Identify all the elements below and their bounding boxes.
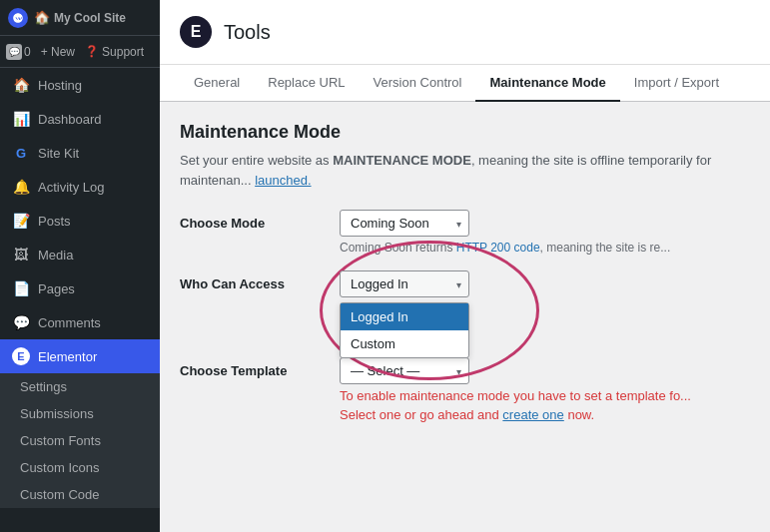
sidebar-item-label: Media — [38, 248, 73, 263]
sidebar-sub-custom-code[interactable]: Custom Code — [0, 481, 160, 508]
hosting-icon: 🏠 — [12, 76, 30, 94]
sidebar-item-label: Dashboard — [38, 112, 102, 127]
activity-log-icon: 🔔 — [12, 178, 30, 196]
site-kit-icon: G — [12, 144, 30, 162]
main-content: E Tools General Replace URL Version Cont… — [160, 0, 770, 532]
pages-icon: 📄 — [12, 279, 30, 297]
tab-general[interactable]: General — [180, 65, 254, 102]
option-logged-in[interactable]: Logged In — [341, 303, 468, 330]
content-area: E Tools General Replace URL Version Cont… — [160, 0, 770, 532]
sidebar-item-hosting[interactable]: 🏠 Hosting — [0, 68, 160, 102]
custom-fonts-label: Custom Fonts — [20, 433, 101, 448]
choose-template-row: Choose Template — Select — To enable mai… — [180, 357, 750, 422]
elementor-page-icon: E — [180, 16, 212, 48]
media-icon: 🖼 — [12, 246, 30, 264]
site-name: My Cool Site — [54, 11, 126, 25]
comments-count: 0 — [24, 45, 31, 59]
custom-code-label: Custom Code — [20, 487, 99, 502]
access-dropdown: Logged In Custom — [340, 302, 469, 358]
sidebar-item-activity-log[interactable]: 🔔 Activity Log — [0, 170, 160, 204]
elementor-icon: E — [12, 347, 30, 365]
sidebar-item-label: Site Kit — [38, 146, 79, 161]
dashboard-icon: 📊 — [12, 110, 30, 128]
sidebar-item-dashboard[interactable]: 📊 Dashboard — [0, 102, 160, 136]
support-label: Support — [102, 45, 144, 59]
sidebar-sub-submissions[interactable]: Submissions — [0, 400, 160, 427]
posts-icon: 📝 — [12, 212, 30, 230]
maintenance-mode-content: Maintenance Mode Set your entire website… — [160, 102, 770, 458]
settings-label: Settings — [20, 379, 67, 394]
comment-icon: 💬 — [6, 44, 22, 60]
mode-select[interactable]: Coming Soon Maintenance — [340, 210, 469, 237]
sidebar-item-label: Posts — [38, 214, 71, 229]
sidebar-item-elementor[interactable]: E Elementor — [0, 339, 160, 373]
admin-topbar: 💬 0 + New ❓ Support — [0, 36, 160, 68]
submissions-label: Submissions — [20, 406, 94, 421]
section-description: Set your entire website as MAINTENANCE M… — [180, 151, 750, 190]
who-can-access-label: Who Can Access — [180, 270, 340, 291]
site-name-area[interactable]: 🏠 My Cool Site — [34, 10, 152, 25]
tab-replace-url[interactable]: Replace URL — [254, 65, 359, 102]
choose-template-control: — Select — To enable maintenance mode yo… — [340, 357, 750, 422]
sidebar-item-label: Hosting — [38, 78, 82, 93]
template-select-wrapper: — Select — — [340, 357, 469, 384]
new-button[interactable]: + New — [41, 45, 75, 59]
sidebar-item-site-kit[interactable]: G Site Kit — [0, 136, 160, 170]
comments-bubble[interactable]: 💬 0 — [6, 44, 31, 60]
mode-help-text: Coming Soon returns HTTP 200 code, meani… — [340, 241, 750, 255]
choose-mode-label: Choose Mode — [180, 210, 340, 231]
template-select[interactable]: — Select — — [340, 357, 469, 384]
page-title: Tools — [224, 21, 271, 44]
sidebar-item-label: Elementor — [38, 349, 97, 364]
choose-mode-control: Coming Soon Maintenance Coming Soon retu… — [340, 210, 750, 255]
template-create-text: Select one or go ahead and create one no… — [340, 407, 750, 422]
sidebar-sub-custom-icons[interactable]: Custom Icons — [0, 454, 160, 481]
sidebar-item-label: Activity Log — [38, 180, 104, 195]
tab-import-export[interactable]: Import / Export — [620, 65, 733, 102]
wp-logo — [8, 8, 28, 28]
tab-maintenance-mode[interactable]: Maintenance Mode — [475, 65, 619, 102]
sidebar-item-posts[interactable]: 📝 Posts — [0, 204, 160, 238]
access-select-wrapper: Logged In Custom — [340, 270, 469, 297]
sidebar-header: 🏠 My Cool Site — [0, 0, 160, 36]
http-code-link[interactable]: HTTP 200 code — [456, 241, 540, 255]
sidebar-item-pages[interactable]: 📄 Pages — [0, 271, 160, 305]
create-one-link[interactable]: create one — [502, 407, 563, 422]
sidebar-item-comments[interactable]: 💬 Comments — [0, 305, 160, 339]
new-label: + New — [41, 45, 75, 59]
choose-template-label: Choose Template — [180, 357, 340, 378]
custom-icons-label: Custom Icons — [20, 460, 99, 475]
access-select[interactable]: Logged In Custom — [340, 270, 469, 297]
section-title: Maintenance Mode — [180, 122, 750, 143]
comments-icon: 💬 — [12, 313, 30, 331]
option-custom[interactable]: Custom — [341, 330, 468, 357]
launched-link[interactable]: launched. — [255, 173, 311, 188]
sidebar-item-label: Comments — [38, 315, 101, 330]
sidebar-item-label: Pages — [38, 281, 75, 296]
sidebar-sub-settings[interactable]: Settings — [0, 373, 160, 400]
choose-mode-row: Choose Mode Coming Soon Maintenance Comi… — [180, 210, 750, 255]
sidebar-sub-custom-fonts[interactable]: Custom Fonts — [0, 427, 160, 454]
tab-version-control[interactable]: Version Control — [360, 65, 476, 102]
sidebar-menu: 🏠 Hosting 📊 Dashboard G Site Kit 🔔 Activ… — [0, 68, 160, 532]
template-error-text: To enable maintenance mode you have to s… — [340, 388, 750, 403]
sidebar-item-media[interactable]: 🖼 Media — [0, 238, 160, 271]
sidebar: 🏠 My Cool Site 💬 0 + New ❓ Support 🏠 Hos… — [0, 0, 160, 532]
tabs-bar: General Replace URL Version Control Main… — [160, 65, 770, 102]
elementor-submenu: Settings Submissions Custom Fonts Custom… — [0, 373, 160, 508]
who-can-access-control: Logged In Custom Logged In Custom — [340, 270, 750, 297]
mode-select-wrapper: Coming Soon Maintenance — [340, 210, 469, 237]
support-link[interactable]: ❓ Support — [85, 45, 144, 59]
page-header: E Tools — [160, 0, 770, 65]
who-can-access-row: Who Can Access Logged In Custom Logged I… — [180, 270, 750, 297]
